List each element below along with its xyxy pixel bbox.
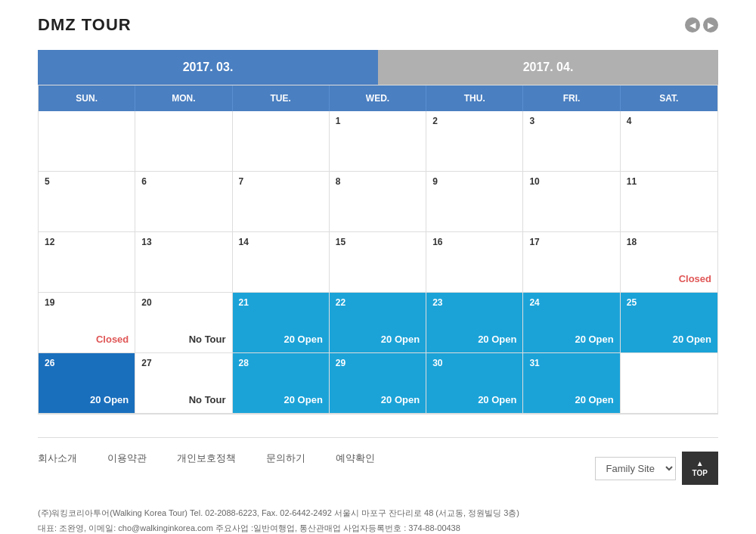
day-number: 25 — [627, 297, 711, 308]
month-tab-march[interactable]: 2017. 03. — [38, 50, 378, 85]
day-number: 29 — [336, 358, 420, 368]
page-header: DMZ TOUR ◀ ▶ — [38, 15, 718, 35]
cell-label: 20 Open — [284, 394, 323, 405]
cal-cell-r4c1[interactable]: 27No Tour — [135, 353, 232, 414]
day-number: 18 — [627, 237, 711, 247]
cell-label: 20 Open — [381, 334, 420, 345]
footer-link-company[interactable]: 회사소개 — [38, 452, 77, 485]
cal-cell-r1c3[interactable]: 8 — [330, 172, 426, 232]
day-number: 21 — [239, 297, 323, 308]
cal-cell-r2c0[interactable]: 12 — [39, 232, 135, 293]
day-number: 19 — [45, 297, 129, 308]
cal-cell-r0c4[interactable]: 2 — [426, 111, 523, 172]
cal-cell-r2c1[interactable]: 13 — [135, 232, 232, 293]
cell-label: No Tour — [189, 394, 226, 405]
footer-nav: 회사소개 이용약관 개인보호정책 문의하기 예약확인 Family Site ▲… — [38, 437, 718, 498]
day-number: 28 — [239, 358, 323, 368]
day-number: 31 — [529, 358, 613, 368]
day-number: 12 — [45, 237, 129, 247]
header-fri: FRI. — [523, 85, 620, 111]
day-number: 9 — [432, 176, 516, 187]
cal-cell-r2c3[interactable]: 15 — [330, 232, 426, 293]
cal-cell-r3c0[interactable]: 19Closed — [39, 293, 135, 353]
cal-cell-r3c3[interactable]: 2220 Open — [330, 293, 426, 353]
month-tab-april[interactable]: 2017. 04. — [378, 50, 718, 85]
footer-link-contact[interactable]: 문의하기 — [266, 452, 305, 485]
cal-cell-r2c6[interactable]: 18Closed — [621, 232, 717, 293]
day-number: 27 — [141, 358, 225, 368]
cell-label: No Tour — [189, 334, 226, 345]
prev-arrow[interactable]: ◀ — [685, 17, 700, 33]
footer-link-terms[interactable]: 이용약관 — [107, 452, 147, 485]
cal-cell-r1c1[interactable]: 6 — [135, 172, 232, 232]
page-title: DMZ TOUR — [38, 15, 132, 35]
month-tabs: 2017. 03. 2017. 04. — [38, 50, 718, 85]
header-wed: WED. — [330, 85, 426, 111]
cell-label: 20 Open — [90, 394, 129, 405]
day-number: 11 — [627, 176, 711, 187]
day-number: 1 — [336, 116, 420, 126]
footer-info-line1: (주)워킹코리아투어(Walking Korea Tour) Tel. 02-2… — [38, 506, 718, 521]
day-number: 2 — [432, 116, 516, 126]
cal-cell-r4c4[interactable]: 3020 Open — [426, 353, 523, 414]
day-number: 17 — [529, 237, 613, 247]
cal-cell-r3c5[interactable]: 2420 Open — [523, 293, 620, 353]
top-button[interactable]: ▲ TOP — [682, 452, 718, 485]
cal-cell-r0c6[interactable]: 4 — [621, 111, 717, 172]
cell-label: 20 Open — [284, 334, 323, 345]
cell-label: 20 Open — [575, 334, 613, 345]
cal-cell-r3c6[interactable]: 2520 Open — [621, 293, 717, 353]
footer-link-booking[interactable]: 예약확인 — [336, 452, 375, 485]
day-number: 16 — [432, 237, 516, 247]
cal-cell-r4c5[interactable]: 3120 Open — [523, 353, 620, 414]
day-number: 10 — [529, 176, 613, 187]
cell-label: 20 Open — [381, 394, 420, 405]
cell-label: 20 Open — [478, 334, 516, 345]
cell-label: 20 Open — [673, 334, 711, 345]
footer-link-privacy[interactable]: 개인보호정책 — [177, 452, 236, 485]
cal-cell-r3c4[interactable]: 2320 Open — [426, 293, 523, 353]
footer-right: Family Site ▲ TOP — [595, 452, 718, 485]
footer-info: (주)워킹코리아투어(Walking Korea Tour) Tel. 02-2… — [38, 498, 718, 534]
cal-cell-r1c6[interactable]: 11 — [621, 172, 717, 232]
cal-cell-r4c6 — [621, 353, 717, 414]
cal-cell-r0c0 — [39, 111, 135, 172]
day-number: 26 — [45, 358, 129, 368]
cal-cell-r4c0[interactable]: 2620 Open — [39, 353, 135, 414]
next-arrow[interactable]: ▶ — [703, 17, 718, 33]
cal-cell-r1c2[interactable]: 7 — [233, 172, 330, 232]
header-sat: SAT. — [621, 85, 717, 111]
cal-cell-r3c2[interactable]: 2120 Open — [233, 293, 330, 353]
cal-cell-r4c2[interactable]: 2820 Open — [233, 353, 330, 414]
cal-cell-r2c4[interactable]: 16 — [426, 232, 523, 293]
cal-cell-r1c0[interactable]: 5 — [39, 172, 135, 232]
day-number: 15 — [336, 237, 420, 247]
nav-arrows: ◀ ▶ — [685, 17, 718, 33]
cal-cell-r2c5[interactable]: 17 — [523, 232, 620, 293]
cal-cell-r4c3[interactable]: 2920 Open — [330, 353, 426, 414]
cell-label: 20 Open — [575, 394, 613, 405]
cal-cell-r3c1[interactable]: 20No Tour — [135, 293, 232, 353]
cal-cell-r0c5[interactable]: 3 — [523, 111, 620, 172]
day-number: 7 — [239, 176, 323, 187]
cal-cell-r1c4[interactable]: 9 — [426, 172, 523, 232]
header-sun: SUN. — [39, 85, 135, 111]
day-number: 24 — [529, 297, 613, 308]
cell-label: Closed — [96, 334, 129, 345]
calendar-header: SUN. MON. TUE. WED. THU. FRI. SAT. — [39, 85, 717, 111]
day-number: 22 — [336, 297, 420, 308]
cal-cell-r2c2[interactable]: 14 — [233, 232, 330, 293]
header-mon: MON. — [135, 85, 232, 111]
day-number: 14 — [239, 237, 323, 247]
calendar: SUN. MON. TUE. WED. THU. FRI. SAT. 12345… — [38, 85, 718, 414]
cal-cell-r1c5[interactable]: 10 — [523, 172, 620, 232]
cell-label: Closed — [679, 273, 711, 284]
day-number: 30 — [432, 358, 516, 368]
cal-cell-r0c3[interactable]: 1 — [330, 111, 426, 172]
family-site-select[interactable]: Family Site — [595, 457, 676, 480]
cell-label: 20 Open — [478, 394, 516, 405]
day-number: 8 — [336, 176, 420, 187]
day-number: 4 — [627, 116, 711, 126]
calendar-body: 123456789101112131415161718Closed19Close… — [39, 111, 717, 414]
header-tue: TUE. — [233, 85, 330, 111]
